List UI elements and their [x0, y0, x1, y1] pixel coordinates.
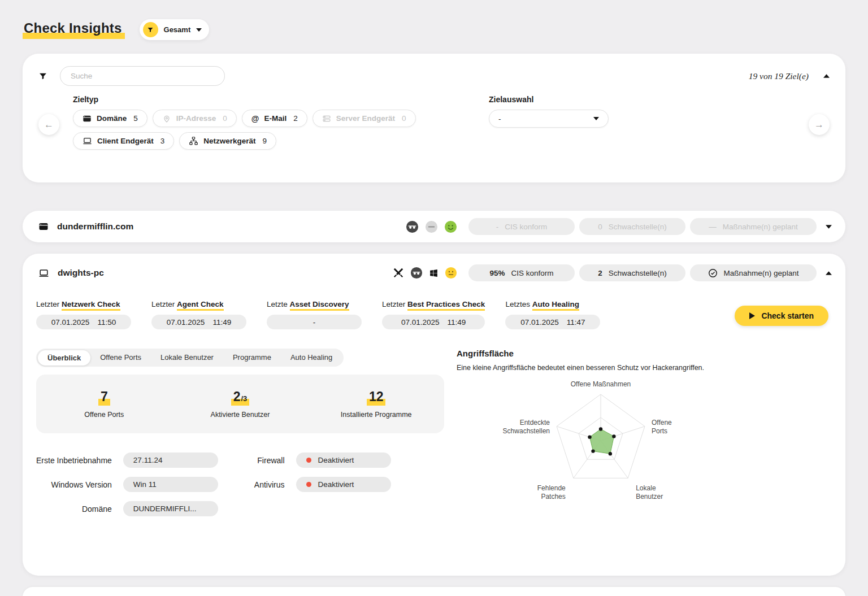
windows-icon — [429, 268, 439, 278]
antivirus-status: Deaktiviert — [296, 477, 391, 492]
check-starten-button[interactable]: Check starten — [735, 306, 828, 326]
filter-panel: 19 von 19 Ziel(e) ← Zieltyp Domäne 5 — [23, 54, 845, 182]
tools-icon — [393, 267, 404, 279]
at-icon: @ — [251, 114, 259, 123]
field-value: DUNDERMIFFLI... — [123, 501, 218, 516]
collapse-filter-button[interactable] — [823, 74, 830, 78]
zielauswahl-select[interactable]: - — [489, 110, 609, 128]
svg-text:OffenePorts: OffenePorts — [652, 419, 672, 435]
domain-icon — [83, 114, 92, 123]
tab-lokale-benutzer[interactable]: Lokale Benutzer — [151, 350, 223, 365]
smiley-happy-icon — [444, 220, 457, 233]
server-icon — [322, 114, 331, 123]
massnahmen-badge: — Maßnahme(n) geplant — [690, 218, 817, 235]
domain-icon — [38, 221, 49, 232]
target-detail: Letzter Netzwerk Check 07.01.2025 11:50 … — [23, 300, 845, 516]
check-auto-healing: Letztes Auto Healing 07.01.2025 11:47 — [505, 300, 600, 329]
check-timestamp: 07.01.2025 11:47 — [505, 315, 600, 329]
chevron-down-icon — [826, 225, 832, 229]
status-red-dot — [306, 482, 311, 487]
zielauswahl-section: Zielauswahl - — [489, 95, 609, 150]
next-target-row-partial — [23, 587, 845, 596]
arrow-left-icon: ← — [44, 119, 54, 130]
zielauswahl-value: - — [498, 115, 501, 123]
device-fields: Erste Inbetriebnahme 27.11.24 Windows Ve… — [36, 453, 444, 516]
field-value: Win 11 — [123, 477, 218, 492]
filter-body: ← Zieltyp Domäne 5 IP-Adresse 0 — [38, 95, 830, 150]
check-timestamp: 07.01.2025 11:50 — [36, 315, 131, 329]
detail-tabs: Überblick Offene Ports Lokale Benutzer P… — [36, 349, 344, 367]
target-row-dwights-pc[interactable]: dwights-pc 95% CIS konform 2 Schwachstel… — [23, 254, 845, 292]
tab-programme[interactable]: Programme — [223, 350, 281, 365]
svg-text:LokaleBenutzer: LokaleBenutzer — [636, 484, 663, 501]
schwachstellen-badge: 0 Schwachstelle(n) — [579, 218, 685, 235]
radar-chart: Offene MaßnahmenOffenePortsLokaleBenutze… — [457, 374, 796, 514]
stat-aktivierte-benutzer: 2/3 Aktivierte Benutzer — [172, 389, 309, 419]
filter-top-right: 19 von 19 Ziel(e) — [749, 71, 830, 81]
svg-text:FehlendePatches: FehlendePatches — [537, 484, 566, 501]
arrow-right-icon: → — [814, 119, 824, 130]
check-insights-page: Check Insights Gesamt 19 von 19 Ziel(e) — [0, 0, 868, 596]
filter-funnel-button[interactable] — [38, 72, 47, 81]
device-fields-right: Firewall Deaktiviert Antivirus Deaktivie… — [254, 453, 391, 492]
chip-netzwerkgeraet[interactable]: Netzwerkgerät 9 — [179, 132, 276, 150]
firewall-status: Deaktiviert — [296, 453, 391, 468]
chips-scroll-left-button[interactable]: ← — [38, 114, 59, 135]
chip-email[interactable]: @ E-Mail 2 — [242, 110, 307, 127]
detail-columns: Überblick Offene Ports Lokale Benutzer P… — [36, 349, 828, 516]
tab-offene-ports[interactable]: Offene Ports — [90, 350, 151, 365]
expand-row-button[interactable] — [826, 225, 832, 229]
filter-top-row: 19 von 19 Ziel(e) — [38, 54, 830, 86]
target-card-dwights-pc: dwights-pc 95% CIS konform 2 Schwachstel… — [23, 254, 845, 576]
minus-circle-icon — [425, 220, 438, 233]
search-input[interactable] — [60, 66, 225, 86]
laptop-icon — [83, 136, 92, 146]
check-best-practices: Letzter Best Practices Check 07.01.2025 … — [382, 300, 485, 329]
target-name: dundermifflin.com — [57, 221, 133, 232]
cis-konform-badge: 95% CIS konform — [468, 264, 575, 281]
collapse-row-button[interactable] — [826, 271, 832, 275]
check-netzwerk: Letzter Netzwerk Check 07.01.2025 11:50 — [36, 300, 131, 329]
agent-icon — [410, 267, 423, 279]
map-pin-icon — [162, 114, 171, 123]
tab-auto-healing[interactable]: Auto Healing — [281, 350, 342, 365]
chip-domaene[interactable]: Domäne 5 — [73, 110, 147, 127]
overview-stats-panel: 7 Offene Ports 2/3 Aktivierte Benutzer 1… — [36, 375, 444, 433]
chips-scroll-right-button[interactable]: → — [809, 114, 830, 135]
last-checks-row: Letzter Netzwerk Check 07.01.2025 11:50 … — [36, 300, 828, 329]
field-value: 27.11.24 — [123, 453, 218, 468]
chevron-up-icon — [823, 74, 830, 78]
svg-text:EntdeckteSchwachstellen: EntdeckteSchwachstellen — [503, 419, 550, 435]
tab-ueberblick[interactable]: Überblick — [38, 350, 90, 366]
check-circle-icon — [708, 268, 718, 278]
scope-filter-dropdown[interactable]: Gesamt — [140, 19, 210, 40]
page-header: Check Insights Gesamt — [23, 19, 845, 40]
stat-installierte-programme: 12 Installierte Programme — [308, 389, 444, 419]
chip-ip-adresse[interactable]: IP-Adresse 0 — [153, 110, 237, 127]
radar-title: Angriffsfläche — [457, 349, 818, 358]
target-status-icons — [406, 220, 457, 233]
results-count: 19 von 19 Ziel(e) — [749, 71, 809, 81]
status-red-dot — [306, 458, 311, 463]
scope-filter-value: Gesamt — [164, 25, 191, 34]
chevron-down-icon — [593, 117, 599, 120]
stat-offene-ports: 7 Offene Ports — [36, 389, 172, 419]
radar-caption: Eine kleine Angriffsfläche bedeutet eine… — [457, 364, 818, 372]
massnahmen-badge: Maßnahme(n) geplant — [690, 264, 817, 281]
detail-left-column: Überblick Offene Ports Lokale Benutzer P… — [36, 349, 444, 516]
chip-server-endgeraet[interactable]: Server Endgerät 0 — [313, 110, 416, 127]
check-timestamp: - — [267, 315, 362, 329]
target-row-dundermifflin[interactable]: dundermifflin.com - CIS konform 0 Schwac… — [23, 211, 845, 242]
funnel-icon — [147, 27, 154, 33]
filter-icon-badge — [143, 22, 158, 37]
smiley-neutral-icon — [445, 267, 457, 279]
funnel-icon — [38, 72, 47, 81]
svg-text:Offene Maßnahmen: Offene Maßnahmen — [571, 380, 631, 388]
device-fields-left: Erste Inbetriebnahme 27.11.24 Windows Ve… — [36, 453, 218, 516]
laptop-icon — [38, 268, 49, 279]
network-icon — [189, 136, 198, 146]
zieltyp-chips: Domäne 5 IP-Adresse 0 @ E-Mail 2 — [73, 110, 457, 150]
chip-client-endgeraet[interactable]: Client Endgerät 3 — [73, 132, 174, 150]
check-asset-discovery: Letzte Asset Discovery - — [267, 300, 362, 329]
zieltyp-label: Zieltyp — [73, 95, 457, 104]
